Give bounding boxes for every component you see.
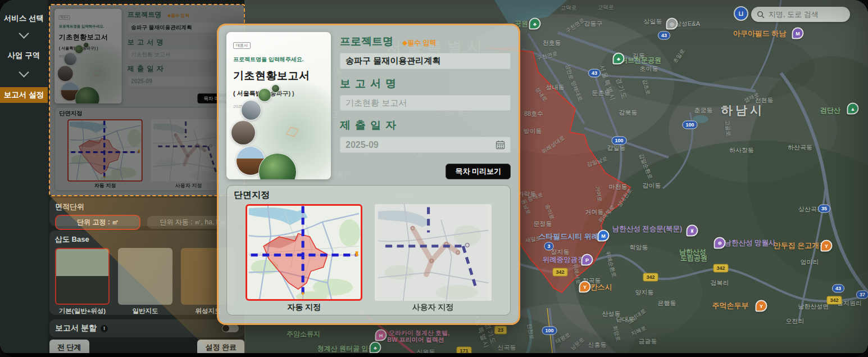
- mall-poi-icon[interactable]: M: [598, 230, 610, 242]
- submit-date-value: 2025-09: [346, 140, 379, 150]
- cross-section-title: 단면지정: [234, 189, 503, 201]
- cover-photo-circle: [271, 84, 280, 93]
- tree-poi-icon[interactable]: ♣: [370, 342, 381, 354]
- report-name-placeholder: 기초현황 보고서: [346, 98, 407, 109]
- cover-hint: 프로젝트명을 입력해주세요.: [59, 24, 117, 29]
- cross-section-title: 단면지정: [59, 110, 234, 118]
- cover-photo-circle: [241, 100, 261, 120]
- user-minimap[interactable]: [151, 119, 226, 182]
- auto-minimap-label: 자동 지정: [67, 183, 143, 189]
- project-name-value: 송파구 물재이용관리계획: [346, 56, 440, 66]
- info-icon[interactable]: !: [101, 325, 108, 332]
- road-badge: 43: [658, 31, 670, 40]
- report-split-label: 보고서 분할: [55, 323, 97, 333]
- app-window: 천호동강동구상일동삼성E&A길동성내동둔촌동감북동초이동88호수방이동춘궁동천현…: [0, 0, 868, 357]
- report-settings-content: 대표서 프로젝트명을 입력해주세요. 기초현황보고서 ( 서울특별시(송파구) …: [226, 32, 511, 315]
- unit-fixed-option[interactable]: 단위 고정 : ㎡: [55, 215, 140, 230]
- toc-preview-button[interactable]: 목차 미리보기: [446, 164, 511, 179]
- plaza-poi-icon[interactable]: P: [581, 254, 593, 266]
- previous-step-button[interactable]: 전 단계: [49, 340, 89, 353]
- road-badge: 43: [832, 284, 844, 293]
- road-badge: 342: [552, 268, 567, 277]
- base-option-default[interactable]: 기본(일반+위성): [55, 248, 110, 315]
- project-name-value: 송파구 물재이용관리계획: [131, 24, 192, 31]
- cover-photo-circle: [258, 88, 271, 102]
- road-badge: 35: [818, 205, 830, 213]
- submit-date-label: 제출일자: [340, 118, 401, 133]
- cover-photo-circle: [231, 120, 256, 145]
- cross-section-user-option[interactable]: 사용자 지정: [375, 204, 492, 313]
- metro-poi-icon[interactable]: M: [792, 28, 804, 39]
- sidebar-item-report-settings[interactable]: 보고서 설정: [0, 87, 48, 103]
- base-map-section: 삽도 Base 기본(일반+위성) 일반지도 위성지도: [49, 231, 244, 315]
- temple-poi-icon[interactable]: ☸: [714, 237, 726, 249]
- cover-photo-circle: [83, 42, 89, 48]
- sidebar-item-area[interactable]: 사업 구역: [0, 51, 48, 61]
- tree-poi-icon[interactable]: ♣: [613, 53, 625, 65]
- area-unit-title: 면적단위: [55, 202, 239, 212]
- cover-photo-circle: [64, 52, 77, 65]
- report-settings-preview[interactable]: 대표서 프로젝트명을 입력해주세요. 기초현황보고서 ( 서울특별시(송파구) …: [49, 4, 244, 196]
- road-badge: 100: [682, 121, 697, 129]
- auto-minimap[interactable]: [67, 119, 143, 182]
- cover-hint: 프로젝트명을 입력해주세요.: [233, 56, 324, 64]
- restaurant-poi-icon[interactable]: Y: [756, 300, 767, 312]
- map-search[interactable]: 지명, 도로 검색: [751, 7, 850, 22]
- cart-map-icon[interactable]: ⊔: [734, 6, 748, 21]
- base-thumbnail-general[interactable]: [118, 248, 172, 305]
- road-badge: 23: [494, 326, 507, 335]
- user-minimap-label: 사용자 지정: [375, 302, 492, 313]
- user-minimap[interactable]: [375, 204, 492, 301]
- project-name-input[interactable]: 송파구 물재이용관리계획: [340, 53, 511, 69]
- report-cover-preview: 대표서 프로젝트명을 입력해주세요. 기초현황보고서 ( 서울특별시(송파구) …: [54, 9, 122, 103]
- user-minimap-label: 사용자 지정: [151, 183, 226, 189]
- screen: 천호동강동구상일동삼성E&A길동성내동둔촌동감북동초이동88호수방이동춘궁동천현…: [0, 0, 868, 353]
- calendar-icon[interactable]: [496, 140, 505, 150]
- road-badge: 342: [826, 296, 842, 305]
- cover-photo-circle: [75, 45, 83, 53]
- cross-section-auto-option[interactable]: 자동 지정: [67, 119, 143, 189]
- road-badge: 43: [588, 69, 601, 78]
- report-split-section: 보고서 분할 !: [49, 319, 244, 337]
- report-name-label: 보고서명: [128, 37, 166, 47]
- base-map-title: 삽도 Base: [55, 234, 239, 245]
- cross-section-user-option[interactable]: 사용자 지정: [151, 119, 226, 189]
- base-option-general[interactable]: 일반지도: [118, 248, 172, 315]
- report-settings-modal: 대표서 프로젝트명을 입력해주세요. 기초현황보고서 ( 서울특별시(송파구) …: [217, 24, 520, 325]
- cover-boundary-mark: [286, 126, 298, 137]
- station-poi-icon[interactable]: ◎: [666, 18, 678, 30]
- cover-photo-circle: [57, 66, 73, 82]
- auto-minimap[interactable]: [246, 204, 362, 301]
- road-badge: 100: [611, 137, 626, 145]
- castle-poi-icon[interactable]: ♜: [687, 225, 698, 237]
- toggle-knob: [222, 325, 229, 332]
- settings-done-button[interactable]: 설정 완료: [197, 340, 244, 353]
- chevron-down-icon: [19, 28, 29, 38]
- report-form: 프로젝트명 ◆필수 입력 송파구 물재이용관리계획 보고서명 기초현황 보고서 …: [340, 32, 511, 179]
- cover-badge: 대표서: [59, 15, 70, 20]
- road-badge: 342: [643, 273, 658, 282]
- tree-poi-icon[interactable]: ♣: [529, 18, 541, 30]
- cross-section-auto-option[interactable]: 자동 지정: [246, 204, 362, 313]
- restaurant-poi-icon[interactable]: Y: [821, 240, 833, 252]
- auto-minimap-label: 자동 지정: [246, 302, 362, 313]
- report-settings-content: 대표서 프로젝트명을 입력해주세요. 기초현황보고서 ( 서울특별시(송파구) …: [54, 9, 239, 191]
- road-badge: 171: [456, 347, 471, 354]
- base-thumbnail-default[interactable]: [55, 248, 110, 305]
- restaurant-poi-icon[interactable]: Y: [579, 281, 591, 293]
- submit-date-label: 제출일자: [128, 64, 166, 74]
- cover-badge: 대표서: [233, 42, 251, 49]
- search-icon: [757, 11, 765, 19]
- sidebar-item-service[interactable]: 서비스 선택: [0, 13, 48, 24]
- search-placeholder: 지명, 도로 검색: [769, 10, 819, 20]
- cross-section-panel: 단면지정 자동 지정 사용자 지정: [226, 185, 511, 315]
- report-name-placeholder: 기초현황 보고서: [131, 51, 170, 58]
- submit-date-input[interactable]: 2025-09: [340, 137, 511, 153]
- hotel-poi-icon[interactable]: H: [375, 329, 387, 341]
- submit-date-value: 2025-09: [131, 78, 152, 85]
- report-settings-preview-content: 대표서 프로젝트명을 입력해주세요. 기초현황보고서 ( 서울특별시(송파구) …: [49, 4, 244, 196]
- report-name-input[interactable]: 기초현황 보고서: [340, 95, 511, 111]
- report-cover-preview: 대표서 프로젝트명을 입력해주세요. 기초현황보고서 ( 서울특별시(송파구) …: [226, 32, 331, 179]
- mountain-poi-icon[interactable]: ▲: [847, 103, 859, 115]
- report-split-toggle[interactable]: [222, 324, 239, 332]
